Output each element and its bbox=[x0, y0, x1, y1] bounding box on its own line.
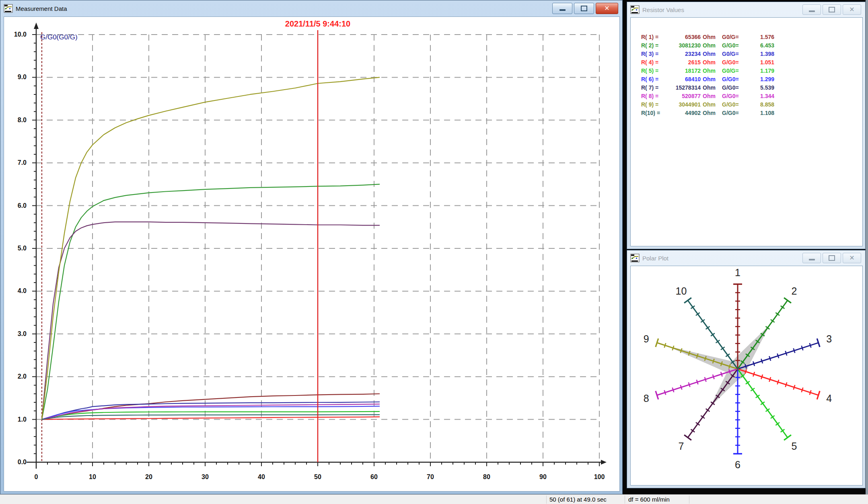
svg-text:10: 10 bbox=[89, 473, 96, 480]
radar-axis-label: 3 bbox=[826, 333, 832, 344]
minimize-icon bbox=[809, 10, 815, 12]
measurement-line-chart[interactable]: 0.01.02.03.04.05.06.07.08.09.010.0010203… bbox=[4, 17, 619, 491]
measurement-titlebar[interactable]: Measurement Data ✕ bbox=[0, 0, 622, 16]
status-bar: 50 (of 61) at 49.0 sec df = 600 ml/min bbox=[0, 494, 868, 504]
app-icon bbox=[630, 253, 640, 263]
close-icon: ✕ bbox=[604, 5, 609, 12]
svg-text:20: 20 bbox=[145, 473, 152, 480]
svg-text:30: 30 bbox=[202, 473, 209, 480]
resistor-row: R( 7) =15278314OhmG/G0=5.539 bbox=[641, 84, 862, 92]
polar-close-button[interactable]: ✕ bbox=[843, 253, 861, 263]
radar-axis-label: 6 bbox=[735, 459, 740, 470]
minimize-icon bbox=[559, 9, 566, 11]
svg-text:8.0: 8.0 bbox=[18, 117, 27, 123]
polar-minimize-button[interactable] bbox=[802, 253, 821, 263]
maximize-icon bbox=[829, 255, 835, 261]
resistor-values-panel: R( 1) =65366OhmG0/G=1.576R( 2) =3081230O… bbox=[630, 17, 863, 246]
close-icon: ✕ bbox=[849, 255, 854, 261]
resistor-row: R( 5) =18172OhmG0/G=1.179 bbox=[641, 67, 862, 75]
radar-axis-label: 9 bbox=[644, 333, 649, 344]
svg-text:0.0: 0.0 bbox=[18, 459, 27, 465]
svg-text:40: 40 bbox=[258, 473, 265, 480]
polar-radar-chart: 12345678910 bbox=[631, 266, 862, 485]
svg-text:10.0: 10.0 bbox=[14, 31, 27, 38]
resistor-close-button[interactable]: ✕ bbox=[843, 4, 861, 15]
resistor-values-window: Resistor Values ✕ R( 1) =65366OhmG0/G=1.… bbox=[627, 2, 866, 249]
window-title: Resistor Values bbox=[642, 6, 684, 13]
radar-axis-label: 4 bbox=[826, 393, 832, 404]
svg-text:9.0: 9.0 bbox=[18, 74, 27, 80]
timestamp-label: 2021/11/5 9:44:10 bbox=[285, 19, 350, 28]
maximize-icon bbox=[829, 7, 835, 12]
statusbar-separator bbox=[689, 496, 689, 504]
resistor-row: R( 8) =520877OhmG/G0=1.344 bbox=[641, 92, 862, 100]
svg-text:4.0: 4.0 bbox=[18, 287, 27, 294]
resistor-maximize-button[interactable] bbox=[823, 4, 841, 15]
svg-text:70: 70 bbox=[427, 473, 434, 480]
resistor-minimize-button[interactable] bbox=[802, 4, 821, 15]
resistor-row: R( 2) =3081230OhmG/G0=6.453 bbox=[641, 41, 862, 50]
resistor-titlebar[interactable]: Resistor Values ✕ bbox=[627, 2, 865, 17]
maximize-icon bbox=[581, 6, 587, 11]
statusbar-separator bbox=[546, 496, 547, 504]
svg-text:5.0: 5.0 bbox=[18, 245, 27, 252]
polar-titlebar[interactable]: Polar Plot ✕ bbox=[627, 250, 865, 266]
resistor-row: R( 3) =23234OhmG0/G=1.398 bbox=[641, 50, 862, 58]
desktop: { "windows": { "measurement": { "title":… bbox=[0, 0, 868, 504]
radar-axis-label: 1 bbox=[735, 267, 740, 278]
svg-text:2.0: 2.0 bbox=[18, 373, 27, 380]
svg-text:7.0: 7.0 bbox=[18, 159, 27, 166]
svg-text:6.0: 6.0 bbox=[18, 202, 27, 209]
minimize-icon bbox=[809, 259, 815, 260]
radar-axis-label: 2 bbox=[792, 285, 797, 297]
app-icon bbox=[4, 4, 13, 13]
radar-axis-label: 5 bbox=[792, 440, 797, 452]
measurement-maximize-button[interactable] bbox=[574, 3, 594, 14]
polar-plot-panel: 12345678910 bbox=[630, 266, 863, 486]
svg-text:100: 100 bbox=[594, 473, 605, 480]
resistor-row: R(10) =44902OhmG/G0=1.108 bbox=[641, 109, 862, 117]
svg-text:90: 90 bbox=[539, 473, 547, 480]
status-flow-rate: df = 600 ml/min bbox=[628, 495, 670, 504]
svg-text:0: 0 bbox=[35, 473, 38, 480]
measurement-data-window: Measurement Data ✕ 0.01.02.03.04.05.06.0… bbox=[0, 0, 623, 494]
svg-text:60: 60 bbox=[370, 473, 378, 480]
resistor-row: R( 9) =3044901OhmG/G0=8.858 bbox=[641, 100, 862, 109]
close-icon: ✕ bbox=[849, 6, 854, 13]
background-window-edge bbox=[866, 0, 868, 494]
svg-text:80: 80 bbox=[483, 473, 490, 480]
window-title: Polar Plot bbox=[642, 255, 668, 262]
radar-axis-label: 8 bbox=[644, 393, 649, 404]
status-sample-progress: 50 (of 61) at 49.0 sec bbox=[549, 495, 607, 504]
y-axis-label: G/G0(G0/G) bbox=[40, 33, 78, 41]
svg-text:3.0: 3.0 bbox=[18, 330, 27, 337]
measurement-chart-area[interactable]: 0.01.02.03.04.05.06.07.08.09.010.0010203… bbox=[4, 16, 620, 492]
polar-plot-window: Polar Plot ✕ 12345678910 bbox=[627, 250, 866, 488]
statusbar-separator bbox=[625, 496, 625, 504]
resistor-row: R( 6) =68410OhmG/G0=1.299 bbox=[641, 75, 862, 84]
resistor-row: R( 1) =65366OhmG0/G=1.576 bbox=[641, 33, 862, 41]
svg-text:50: 50 bbox=[314, 473, 321, 480]
resistor-rows: R( 1) =65366OhmG0/G=1.576R( 2) =3081230O… bbox=[631, 18, 862, 117]
radar-axis-label: 7 bbox=[679, 440, 684, 452]
radar-axis-label: 10 bbox=[676, 285, 687, 297]
window-title: Measurement Data bbox=[16, 5, 67, 12]
svg-text:1.0: 1.0 bbox=[18, 416, 27, 423]
measurement-minimize-button[interactable] bbox=[552, 3, 572, 14]
measurement-close-button[interactable]: ✕ bbox=[596, 3, 618, 14]
polar-maximize-button[interactable] bbox=[823, 253, 841, 263]
resistor-row: R( 4) =2615OhmG/G0=1.051 bbox=[641, 58, 862, 67]
app-icon bbox=[630, 5, 640, 14]
